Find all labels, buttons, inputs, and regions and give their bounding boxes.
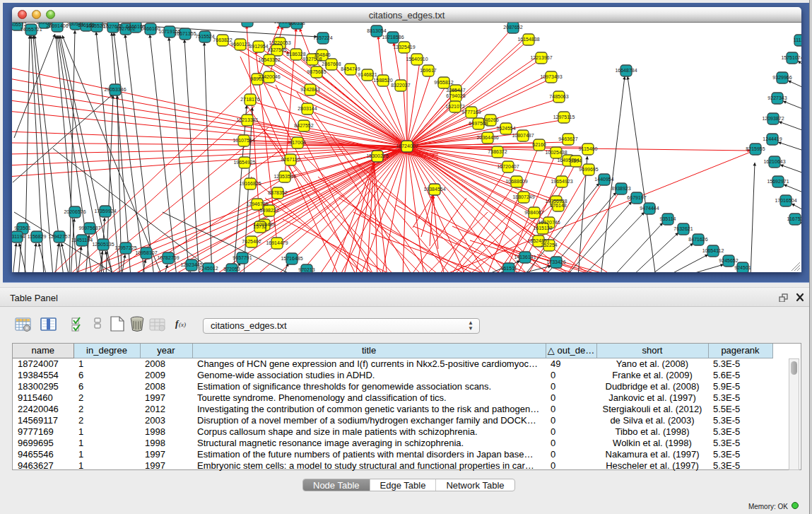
svg-text:14055721: 14055721 bbox=[20, 27, 42, 32]
svg-text:169617: 169617 bbox=[420, 68, 436, 73]
svg-text:1244419: 1244419 bbox=[763, 136, 782, 141]
svg-text:(x): (x) bbox=[179, 321, 186, 328]
svg-text:19218586: 19218586 bbox=[382, 35, 404, 40]
svg-text:176148: 176148 bbox=[550, 203, 566, 208]
svg-text:10973493: 10973493 bbox=[540, 74, 562, 79]
svg-text:15720407: 15720407 bbox=[497, 164, 519, 169]
svg-text:12505135: 12505135 bbox=[92, 242, 114, 247]
svg-text:19654923: 19654923 bbox=[551, 179, 572, 184]
svg-text:9327508: 9327508 bbox=[302, 57, 322, 62]
svg-text:166380: 166380 bbox=[239, 23, 255, 23]
svg-text:11451194: 11451194 bbox=[71, 238, 93, 243]
svg-text:7632621: 7632621 bbox=[673, 226, 693, 231]
svg-text:7515524: 7515524 bbox=[195, 34, 214, 39]
svg-text:923501: 923501 bbox=[14, 226, 30, 230]
svg-text:6794028: 6794028 bbox=[446, 93, 465, 98]
svg-text:931194: 931194 bbox=[12, 234, 25, 239]
svg-text:16120746: 16120746 bbox=[538, 220, 560, 225]
svg-text:9657791: 9657791 bbox=[233, 255, 252, 260]
svg-text:18807249: 18807249 bbox=[512, 194, 534, 199]
svg-text:9327505: 9327505 bbox=[267, 47, 286, 52]
svg-text:8454749: 8454749 bbox=[341, 66, 360, 71]
svg-text:160338: 160338 bbox=[288, 23, 305, 25]
svg-text:12942757: 12942757 bbox=[48, 234, 70, 239]
svg-text:17946785: 17946785 bbox=[246, 201, 268, 206]
svg-text:9955812: 9955812 bbox=[434, 80, 453, 85]
svg-text:16914479: 16914479 bbox=[266, 240, 288, 245]
svg-text:14136141: 14136141 bbox=[514, 255, 536, 259]
svg-text:6466160: 6466160 bbox=[141, 26, 160, 31]
svg-text:8186328: 8186328 bbox=[286, 52, 305, 57]
svg-text:17016504: 17016504 bbox=[775, 198, 796, 203]
svg-text:8912954: 8912954 bbox=[249, 44, 268, 49]
svg-text:935114: 935114 bbox=[660, 216, 676, 221]
svg-text:16648784: 16648784 bbox=[615, 68, 637, 73]
svg-text:10688609: 10688609 bbox=[505, 179, 527, 184]
svg-text:10654112: 10654112 bbox=[702, 248, 724, 253]
svg-text:9699695: 9699695 bbox=[579, 167, 598, 172]
svg-text:9474444: 9474444 bbox=[640, 206, 659, 211]
svg-text:8878352: 8878352 bbox=[268, 190, 287, 195]
svg-text:9660123: 9660123 bbox=[230, 42, 249, 47]
svg-text:9875685: 9875685 bbox=[307, 69, 326, 74]
svg-text:9245012: 9245012 bbox=[199, 266, 218, 271]
svg-text:12975115: 12975115 bbox=[553, 115, 575, 119]
svg-text:17359924: 17359924 bbox=[94, 209, 116, 214]
svg-text:15732: 15732 bbox=[253, 224, 267, 229]
svg-text:9245652: 9245652 bbox=[719, 258, 738, 263]
svg-text:10107554: 10107554 bbox=[233, 138, 254, 143]
svg-text:7386372: 7386372 bbox=[488, 149, 507, 154]
svg-text:9777169: 9777169 bbox=[461, 110, 481, 115]
svg-text:13226053: 13226053 bbox=[269, 40, 290, 45]
svg-text:9242843: 9242843 bbox=[300, 87, 319, 92]
svg-text:7357224: 7357224 bbox=[313, 35, 332, 40]
svg-text:154846: 154846 bbox=[314, 52, 330, 57]
svg-text:15716485: 15716485 bbox=[281, 256, 302, 261]
svg-text:12213381: 12213381 bbox=[236, 117, 258, 122]
svg-text:18724007: 18724007 bbox=[396, 144, 418, 148]
svg-text:16210643: 16210643 bbox=[763, 159, 785, 164]
svg-text:5498222: 5498222 bbox=[259, 208, 278, 213]
svg-text:116753: 116753 bbox=[787, 216, 801, 221]
svg-text:15640910: 15640910 bbox=[406, 57, 428, 62]
svg-text:6679197: 6679197 bbox=[627, 195, 646, 200]
svg-text:1733426: 1733426 bbox=[546, 259, 565, 264]
svg-text:16543362: 16543362 bbox=[258, 57, 280, 62]
svg-text:10958107: 10958107 bbox=[135, 250, 157, 255]
svg-text:16782759: 16782759 bbox=[157, 255, 179, 260]
svg-text:9329966: 9329966 bbox=[772, 75, 792, 80]
svg-text:2087652: 2087652 bbox=[503, 25, 522, 30]
svg-text:16671355: 16671355 bbox=[174, 31, 196, 36]
svg-text:29053346: 29053346 bbox=[104, 87, 126, 92]
svg-text:252254: 252254 bbox=[541, 243, 557, 247]
svg-text:8267110: 8267110 bbox=[281, 157, 300, 162]
svg-text:2803144: 2803144 bbox=[298, 106, 317, 111]
svg-text:15751074: 15751074 bbox=[781, 55, 801, 60]
svg-text:3265447: 3265447 bbox=[446, 88, 465, 93]
svg-text:19654925: 19654925 bbox=[233, 160, 255, 165]
svg-text:1588520: 1588520 bbox=[373, 78, 392, 83]
svg-text:1615132: 1615132 bbox=[533, 226, 552, 230]
svg-text:161511: 161511 bbox=[501, 266, 517, 271]
svg-text:23420046: 23420046 bbox=[258, 74, 280, 79]
svg-text:8322037: 8322037 bbox=[391, 83, 410, 88]
svg-text:924501: 924501 bbox=[734, 265, 751, 270]
svg-text:6497568: 6497568 bbox=[469, 121, 488, 126]
svg-text:99975687: 99975687 bbox=[78, 226, 100, 230]
svg-text:15692971: 15692971 bbox=[767, 179, 789, 184]
svg-text:2867608: 2867608 bbox=[322, 62, 341, 66]
svg-text:1156829: 1156829 bbox=[28, 234, 47, 239]
svg-text:9804: 9804 bbox=[570, 158, 582, 163]
svg-text:7485063: 7485063 bbox=[549, 94, 568, 99]
svg-text:917004: 917004 bbox=[289, 140, 305, 145]
svg-text:20364436: 20364436 bbox=[476, 135, 498, 140]
svg-text:2718176: 2718176 bbox=[240, 97, 259, 102]
svg-text:8427552: 8427552 bbox=[294, 123, 313, 128]
svg-text:8215955: 8215955 bbox=[746, 146, 765, 151]
svg-text:20206576: 20206576 bbox=[64, 209, 86, 214]
svg-text:3624554: 3624554 bbox=[496, 126, 515, 131]
svg-text:19384554: 19384554 bbox=[423, 187, 445, 192]
svg-text:9084067: 9084067 bbox=[524, 210, 543, 215]
svg-text:15300275: 15300275 bbox=[366, 153, 388, 158]
svg-text:12353594: 12353594 bbox=[273, 174, 295, 179]
